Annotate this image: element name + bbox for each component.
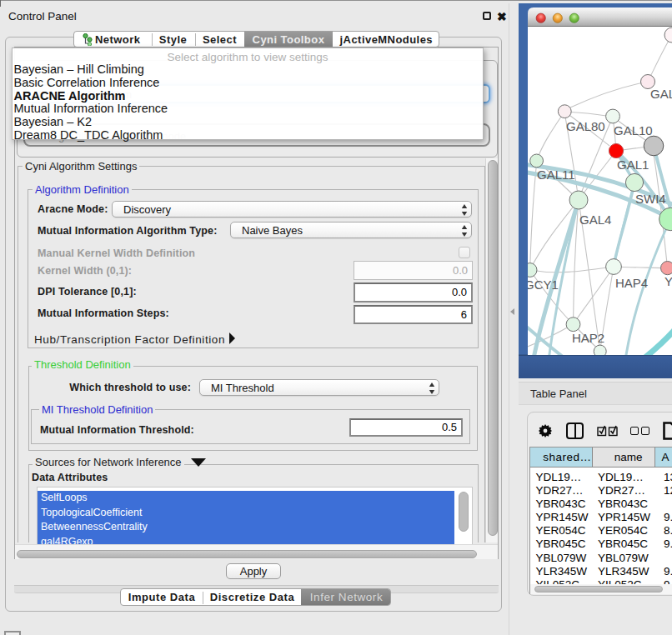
svg-text:GAL11: GAL11 [537, 168, 575, 182]
svg-text:Y: Y [664, 274, 672, 288]
svg-text:HAP4: HAP4 [615, 276, 648, 290]
svg-text:GAL4: GAL4 [579, 212, 611, 227]
svg-text:SWI4: SWI4 [635, 192, 666, 206]
svg-text:GAL7: GAL7 [650, 87, 672, 101]
svg-text:GAL1: GAL1 [617, 158, 649, 172]
svg-text:GAL80: GAL80 [566, 119, 605, 133]
svg-text:GCY1: GCY1 [524, 278, 559, 292]
svg-text:HAP2: HAP2 [572, 331, 604, 345]
svg-text:GAL10: GAL10 [614, 123, 653, 138]
